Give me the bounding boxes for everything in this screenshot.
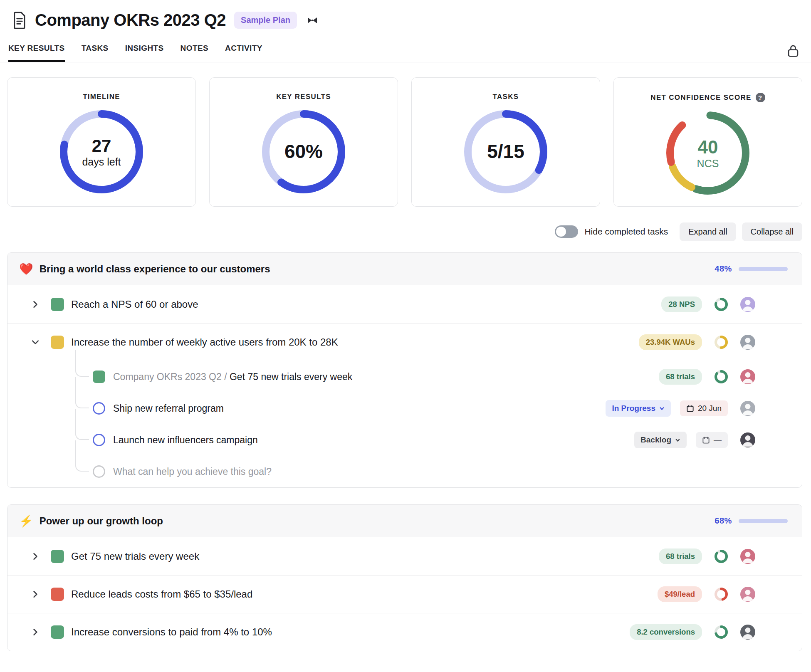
task-checkbox <box>93 465 105 478</box>
kr-metric-pill[interactable]: 28 NPS <box>661 296 702 312</box>
kr-progress-donut <box>715 336 728 349</box>
tab-notes[interactable]: NOTES <box>180 37 208 62</box>
chevron-down-icon[interactable] <box>32 338 40 346</box>
task-title: Ship new referral program <box>113 403 224 414</box>
key-results-card-title: KEY RESULTS <box>276 93 331 101</box>
linked-kr-breadcrumb[interactable]: Company OKRs 2023 Q2 / <box>113 371 230 382</box>
objective-section-growth: ⚡ Power up our growth loop 68% Get 75 ne… <box>7 504 802 651</box>
new-task-placeholder-row[interactable]: What can help you achieve this goal? <box>7 456 802 487</box>
okr-page: Company OKRs 2023 Q2 Sample Plan KEY RES… <box>0 0 811 672</box>
chevron-right-icon[interactable] <box>32 301 40 308</box>
tab-activity[interactable]: ACTIVITY <box>225 37 262 62</box>
summary-cards: TIMELINE 27 days left KEY RESULTS 60% TA… <box>0 62 811 207</box>
tasks-count: 5/15 <box>487 141 524 163</box>
kr-metric-pill[interactable]: 23.94K WAUs <box>639 334 702 350</box>
kr-progress-donut <box>715 625 728 639</box>
kr-progress-donut <box>715 298 728 311</box>
objective-header: ❤️ Bring a world class experience to our… <box>7 253 802 285</box>
lock-icon[interactable] <box>787 44 799 62</box>
key-result-row[interactable]: Reduce leads costs from $65 to $35/lead … <box>7 575 802 613</box>
tab-bar: KEY RESULTS TASKS INSIGHTS NOTES ACTIVIT… <box>0 37 811 62</box>
hide-completed-toggle[interactable] <box>555 225 578 238</box>
list-controls: Hide completed tasks Expand all Collapse… <box>7 223 802 240</box>
ncs-card-title: NET CONFIDENCE SCORE ? <box>650 93 765 102</box>
kr-status-checkbox[interactable] <box>51 336 64 349</box>
sample-plan-badge: Sample Plan <box>234 12 297 29</box>
objective-title: Bring a world class experience to our cu… <box>40 263 270 275</box>
key-result-row[interactable]: Increase conversions to paid from 4% to … <box>7 613 802 651</box>
avatar[interactable] <box>740 549 755 564</box>
key-result-row[interactable]: Reach a NPS of 60 or above 28 NPS <box>7 285 802 323</box>
chevron-right-icon[interactable] <box>32 553 40 560</box>
task-row[interactable]: Launch new influencers campaign Backlog … <box>7 424 802 456</box>
task-title: Launch new influencers campaign <box>113 435 258 446</box>
bowtie-icon <box>307 16 318 25</box>
lightning-emoji-icon: ⚡ <box>19 514 33 528</box>
due-date-chip[interactable]: — <box>696 432 728 448</box>
objective-section-customers: ❤️ Bring a world class experience to our… <box>7 252 802 488</box>
linked-kr-title: Company OKRs 2023 Q2 / Get 75 new trials… <box>113 371 352 383</box>
tasks-card-title: TASKS <box>493 93 519 101</box>
chevron-down-icon <box>659 406 665 411</box>
due-date-chip[interactable]: 20 Jun <box>680 400 728 416</box>
objective-title: Power up our growth loop <box>40 515 163 527</box>
avatar[interactable] <box>740 587 755 602</box>
kr-title: Increase the number of weekly active use… <box>71 336 338 348</box>
kr-title: Reach a NPS of 60 or above <box>71 299 198 310</box>
kr-progress-donut <box>715 550 728 563</box>
timeline-card-title: TIMELINE <box>83 93 120 101</box>
task-checkbox[interactable] <box>93 434 105 446</box>
key-result-row[interactable]: Increase the number of weekly active use… <box>7 323 802 361</box>
avatar[interactable] <box>740 335 755 350</box>
avatar[interactable] <box>740 401 755 416</box>
task-checkbox[interactable] <box>93 402 105 415</box>
kr-title: Increase conversions to paid from 4% to … <box>71 626 272 638</box>
help-icon[interactable]: ? <box>756 93 765 102</box>
tasks-card: TASKS 5/15 <box>411 77 600 207</box>
key-result-row[interactable]: Get 75 new trials every week 68 trials <box>7 537 802 575</box>
avatar[interactable] <box>740 369 755 384</box>
page-header: Company OKRs 2023 Q2 Sample Plan <box>0 0 811 30</box>
task-status-dropdown[interactable]: In Progress <box>606 400 671 417</box>
chevron-right-icon[interactable] <box>32 590 40 598</box>
document-icon <box>12 12 27 29</box>
kr-status-checkbox[interactable] <box>51 550 64 563</box>
objective-progress-bar <box>739 267 788 271</box>
ncs-card: NET CONFIDENCE SCORE ? 40 NCS <box>613 77 802 207</box>
kr-metric-pill[interactable]: 68 trials <box>659 369 702 385</box>
kr-metric-pill[interactable]: $49/lead <box>658 586 702 602</box>
timeline-days-label: days left <box>82 156 121 168</box>
chevron-down-icon <box>675 437 680 443</box>
chevron-right-icon[interactable] <box>32 628 40 636</box>
kr-metric-pill[interactable]: 8.2 conversions <box>630 624 702 640</box>
kr-status-checkbox[interactable] <box>51 588 64 601</box>
kr-progress-donut <box>715 588 728 601</box>
avatar[interactable] <box>740 297 755 312</box>
page-title: Company OKRs 2023 Q2 <box>35 11 226 30</box>
key-results-card: KEY RESULTS 60% <box>209 77 398 207</box>
kr-metric-pill[interactable]: 68 trials <box>659 548 702 564</box>
kr-status-checkbox[interactable] <box>51 298 64 311</box>
avatar[interactable] <box>740 432 755 447</box>
task-row[interactable]: Ship new referral program In Progress 20… <box>7 393 802 424</box>
tab-tasks[interactable]: TASKS <box>82 37 109 62</box>
kr-title: Reduce leads costs from $65 to $35/lead <box>71 588 252 600</box>
ncs-value: 40 <box>698 137 718 157</box>
ncs-label: NCS <box>697 158 719 169</box>
objective-header: ⚡ Power up our growth loop 68% <box>7 505 802 537</box>
key-results-percent: 60% <box>284 141 323 163</box>
tab-key-results[interactable]: KEY RESULTS <box>8 37 65 62</box>
kr-status-checkbox[interactable] <box>93 371 105 383</box>
task-placeholder-text[interactable]: What can help you achieve this goal? <box>113 466 272 477</box>
tab-insights[interactable]: INSIGHTS <box>125 37 164 62</box>
linked-kr-row[interactable]: Company OKRs 2023 Q2 / Get 75 new trials… <box>7 361 802 393</box>
expand-all-button[interactable]: Expand all <box>680 222 736 241</box>
task-status-dropdown[interactable]: Backlog <box>634 432 687 448</box>
collapse-all-button[interactable]: Collapse all <box>742 222 802 241</box>
kr-title: Get 75 new trials every week <box>71 551 199 562</box>
objective-progress-bar <box>739 519 788 523</box>
kr-status-checkbox[interactable] <box>51 625 64 639</box>
calendar-icon <box>702 436 710 444</box>
avatar[interactable] <box>740 625 755 640</box>
calendar-icon <box>686 405 694 413</box>
